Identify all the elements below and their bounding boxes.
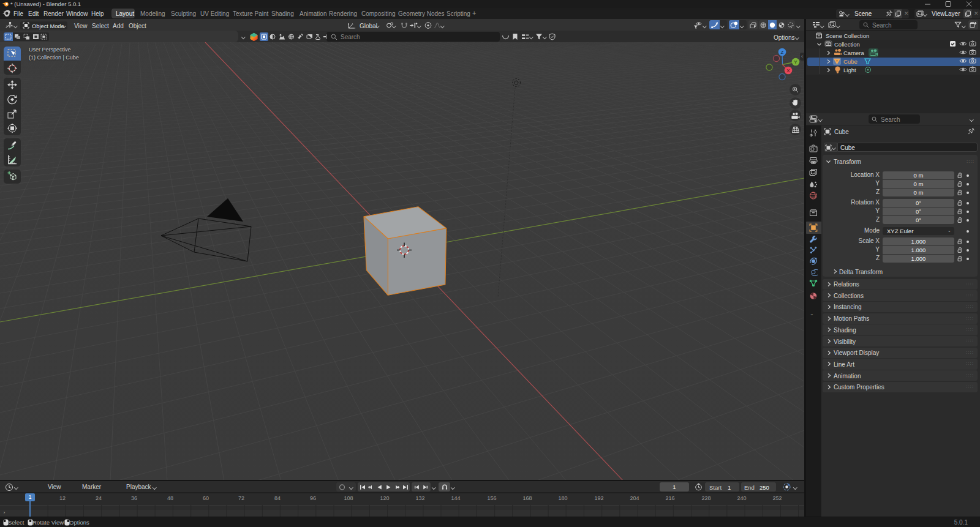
svg-text:Y: Y — [794, 59, 797, 65]
svg-text:X: X — [786, 68, 790, 73]
svg-text:Z: Z — [781, 50, 784, 55]
